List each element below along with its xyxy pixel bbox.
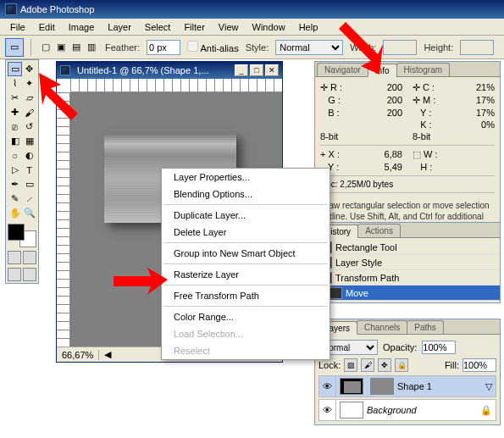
tab-navigator[interactable]: Navigator bbox=[317, 63, 368, 76]
history-row[interactable]: Rectangle Tool bbox=[315, 240, 500, 255]
ctx-group-smart-object[interactable]: Group into New Smart Object bbox=[162, 245, 330, 262]
menu-file[interactable]: File bbox=[3, 20, 32, 34]
heal-tool[interactable]: ✚ bbox=[8, 105, 22, 119]
layer-row[interactable]: 👁 Shape 1 ▽ bbox=[318, 375, 496, 397]
menu-filter[interactable]: Filter bbox=[177, 20, 211, 34]
fill-input[interactable] bbox=[462, 358, 496, 372]
crop-tool[interactable]: ✂ bbox=[8, 91, 22, 105]
doc-title: Untitled-1 @ 66,7% (Shape 1,... bbox=[77, 65, 208, 75]
history-row[interactable]: Transform Path bbox=[315, 270, 500, 286]
lock-position[interactable]: ✥ bbox=[378, 358, 391, 372]
lock-transparency[interactable]: ▨ bbox=[344, 358, 357, 372]
maximize-button[interactable]: □ bbox=[250, 64, 263, 76]
info-y: 17% bbox=[476, 108, 495, 118]
menu-view[interactable]: View bbox=[212, 20, 246, 34]
lock-icon: 🔒 bbox=[480, 405, 492, 416]
menu-bar: File Edit Image Layer Select Filter View… bbox=[0, 19, 504, 36]
zoom-level[interactable]: 66,67% bbox=[62, 350, 93, 360]
sel-mode-add[interactable]: ▣ bbox=[53, 40, 68, 54]
move-tool[interactable]: ✥ bbox=[22, 62, 36, 76]
color-swatch[interactable] bbox=[8, 224, 36, 247]
layer-fx-icon[interactable]: ▽ bbox=[485, 381, 492, 392]
ctx-rasterize-layer[interactable]: Rasterize Layer bbox=[162, 266, 330, 283]
menu-window[interactable]: Window bbox=[246, 20, 292, 34]
eraser-tool[interactable]: ◧ bbox=[8, 134, 22, 148]
sel-mode-sub[interactable]: ▤ bbox=[69, 40, 83, 54]
scroll-left-icon[interactable]: ◀ bbox=[104, 349, 111, 360]
wand-tool[interactable]: ✦ bbox=[22, 76, 36, 91]
toolbox-panel: ▭ ✥ ⌇ ✦ ✂ ▱ ✚ 🖌 ⎚ ↺ ◧ ▦ ○ ◐ ▷ T ✒ ▭ ✎ ⟋ … bbox=[5, 59, 39, 284]
visibility-icon[interactable]: 👁 bbox=[319, 400, 336, 420]
tab-paths[interactable]: Paths bbox=[407, 320, 444, 334]
menu-image[interactable]: Image bbox=[62, 20, 102, 34]
history-row[interactable]: ▶Move bbox=[315, 286, 500, 301]
info-m: 17% bbox=[476, 95, 495, 106]
tab-histogram[interactable]: Histogram bbox=[396, 63, 451, 76]
ctx-layer-properties[interactable]: Layer Properties... bbox=[162, 169, 330, 186]
hand-tool[interactable]: ✋ bbox=[8, 206, 22, 220]
ctx-duplicate-layer[interactable]: Duplicate Layer... bbox=[162, 207, 330, 224]
slice-tool[interactable]: ▱ bbox=[22, 91, 36, 105]
tab-actions[interactable]: Actions bbox=[357, 224, 401, 237]
info-r: 200 bbox=[387, 82, 402, 93]
doc-icon bbox=[60, 65, 70, 75]
menu-help[interactable]: Help bbox=[292, 20, 325, 34]
gradient-tool[interactable]: ▦ bbox=[22, 134, 36, 148]
pen-tool[interactable]: ✒ bbox=[8, 177, 22, 191]
width-label: Width: bbox=[350, 42, 376, 53]
fg-color[interactable] bbox=[8, 224, 25, 241]
fill-label: Fill: bbox=[445, 360, 459, 370]
sel-mode-int[interactable]: ▥ bbox=[84, 40, 98, 54]
marquee-tool[interactable]: ▭ bbox=[8, 62, 22, 76]
app-titlebar: Adobe Photoshop bbox=[0, 0, 504, 19]
brush-tool[interactable]: 🖌 bbox=[22, 105, 36, 119]
app-title: Adobe Photoshop bbox=[20, 4, 94, 14]
info-b: 200 bbox=[387, 108, 402, 118]
info-panel: Navigator Info Histogram ✛ R :200 ✛ C :2… bbox=[314, 61, 501, 242]
style-select[interactable]: Normal bbox=[275, 40, 343, 55]
tab-channels[interactable]: Channels bbox=[357, 320, 407, 334]
screen-mode-1[interactable] bbox=[8, 268, 21, 281]
lock-all[interactable]: 🔒 bbox=[395, 358, 408, 372]
blur-tool[interactable]: ○ bbox=[8, 148, 22, 163]
menu-edit[interactable]: Edit bbox=[32, 20, 62, 34]
lock-pixels[interactable]: 🖌 bbox=[361, 358, 374, 372]
tab-info[interactable]: Info bbox=[368, 64, 397, 77]
standard-mode[interactable] bbox=[8, 251, 21, 264]
lasso-tool[interactable]: ⌇ bbox=[8, 76, 22, 91]
path-tool[interactable]: ▷ bbox=[8, 163, 22, 177]
layer-name[interactable]: Shape 1 bbox=[397, 381, 432, 391]
close-button[interactable]: ✕ bbox=[265, 64, 279, 76]
anti-alias-label: Anti-alias bbox=[200, 43, 238, 53]
layer-row[interactable]: 👁 Background 🔒 bbox=[318, 399, 496, 421]
shape-tool[interactable]: ▭ bbox=[22, 177, 36, 191]
info-g: 200 bbox=[387, 95, 402, 106]
eyedrop-tool[interactable]: ⟋ bbox=[22, 191, 36, 206]
info-c: 21% bbox=[476, 82, 495, 93]
opacity-label: Opacity: bbox=[383, 342, 417, 352]
notes-tool[interactable]: ✎ bbox=[8, 191, 22, 206]
stamp-tool[interactable]: ⎚ bbox=[8, 119, 22, 134]
ctx-blending-options[interactable]: Blending Options... bbox=[162, 186, 330, 202]
sel-mode-new[interactable]: ▢ bbox=[38, 40, 53, 54]
photoshop-icon bbox=[5, 3, 17, 15]
feather-input[interactable] bbox=[147, 40, 180, 55]
dodge-tool[interactable]: ◐ bbox=[22, 148, 36, 163]
height-input bbox=[460, 40, 494, 55]
menu-layer[interactable]: Layer bbox=[101, 20, 138, 34]
menu-select[interactable]: Select bbox=[138, 20, 178, 34]
ctx-delete-layer[interactable]: Delete Layer bbox=[162, 224, 330, 241]
history-row[interactable]: Layer Style bbox=[315, 255, 500, 270]
layer-name[interactable]: Background bbox=[367, 405, 417, 415]
zoom-tool[interactable]: 🔍 bbox=[22, 206, 36, 220]
type-tool[interactable]: T bbox=[22, 163, 36, 177]
opacity-input[interactable] bbox=[422, 341, 456, 354]
visibility-icon[interactable]: 👁 bbox=[319, 376, 336, 396]
ctx-color-range[interactable]: Color Range... bbox=[162, 308, 330, 325]
ctx-free-transform-path[interactable]: Free Transform Path bbox=[162, 287, 330, 304]
quickmask-mode[interactable] bbox=[23, 251, 36, 264]
minimize-button[interactable]: _ bbox=[235, 64, 248, 76]
history-brush-tool[interactable]: ↺ bbox=[22, 119, 36, 134]
screen-mode-2[interactable] bbox=[23, 268, 36, 281]
current-tool-icon[interactable]: ▭ bbox=[5, 38, 24, 57]
